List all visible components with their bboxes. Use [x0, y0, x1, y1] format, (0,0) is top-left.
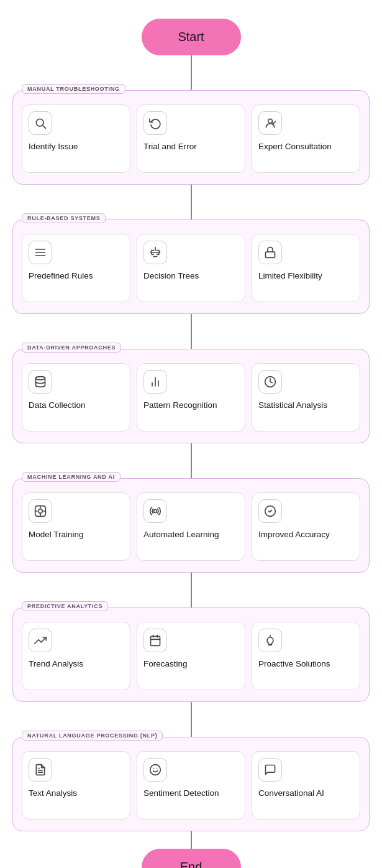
- connector-0: [191, 55, 192, 73]
- connector-after-machine-learning-ai: [191, 573, 192, 590]
- card-label-proactive-solutions: Proactive Solutions: [258, 658, 330, 670]
- card-label-expert-consultation: Expert Consultation: [258, 141, 332, 152]
- svg-point-13: [39, 509, 43, 514]
- card-label-conversational-ai: Conversational AI: [258, 788, 324, 799]
- connector-after-data-driven-approaches: [191, 443, 192, 461]
- group-label-predictive-analytics: PREDICTIVE ANALYTICS: [22, 601, 108, 611]
- card-icon-statistical-analysis: [258, 370, 282, 394]
- card-label-trial-and-error: Trial and Error: [143, 141, 197, 152]
- svg-line-1: [43, 126, 46, 129]
- card-automated-learning: Automated Learning: [137, 492, 245, 561]
- connector-before-rule-based-systems: [191, 202, 192, 219]
- svg-rect-6: [266, 252, 275, 257]
- card-limited-flexibility: Limited Flexibility: [252, 234, 360, 302]
- group-data-driven-approaches: DATA-DRIVEN APPROACHESData CollectionPat…: [12, 349, 370, 443]
- connector-before-data-driven-approaches: [191, 331, 192, 349]
- card-statistical-analysis: Statistical Analysis: [252, 363, 360, 432]
- connector-after-rule-based-systems: [191, 314, 192, 331]
- card-model-training: Model Training: [22, 492, 130, 561]
- group-predictive-analytics: PREDICTIVE ANALYTICSTrend AnalysisForeca…: [12, 607, 370, 702]
- card-label-text-analysis: Text Analysis: [29, 788, 77, 799]
- card-trial-and-error: Trial and Error: [137, 104, 245, 173]
- svg-point-28: [150, 765, 161, 775]
- card-forecasting: Forecasting: [137, 622, 245, 690]
- card-label-decision-trees: Decision Trees: [143, 270, 199, 282]
- connector-before-manual-troubleshooting: [191, 73, 192, 90]
- card-label-trend-analysis: Trend Analysis: [29, 658, 83, 670]
- card-label-improved-accuracy: Improved Accuracy: [258, 529, 330, 540]
- card-label-model-training: Model Training: [29, 529, 84, 540]
- group-label-data-driven-approaches: DATA-DRIVEN APPROACHES: [22, 343, 121, 353]
- card-icon-trend-analysis: [29, 629, 52, 652]
- card-label-limited-flexibility: Limited Flexibility: [258, 270, 322, 282]
- card-label-sentiment-detection: Sentiment Detection: [143, 788, 219, 799]
- card-proactive-solutions: Proactive Solutions: [252, 622, 360, 690]
- card-icon-predefined-rules: [29, 241, 52, 264]
- group-manual-troubleshooting: MANUAL TROUBLESHOOTINGIdentify IssueTria…: [12, 90, 370, 185]
- card-icon-text-analysis: [29, 758, 52, 782]
- card-label-automated-learning: Automated Learning: [143, 529, 219, 540]
- card-icon-limited-flexibility: [258, 241, 282, 264]
- group-label-nlp: NATURAL LANGUAGE PROCESSING (NLP): [22, 731, 163, 741]
- card-predefined-rules: Predefined Rules: [22, 234, 130, 302]
- card-icon-identify-issue: [29, 111, 52, 135]
- card-icon-model-training: [29, 499, 52, 523]
- card-icon-automated-learning: [143, 499, 167, 523]
- group-label-rule-based-systems: RULE-BASED SYSTEMS: [22, 213, 106, 223]
- card-label-forecasting: Forecasting: [143, 658, 188, 670]
- card-sentiment-detection: Sentiment Detection: [137, 751, 245, 820]
- card-data-collection: Data Collection: [22, 363, 130, 432]
- card-icon-pattern-recognition: [143, 370, 167, 394]
- group-label-manual-troubleshooting: MANUAL TROUBLESHOOTING: [22, 84, 125, 94]
- card-label-identify-issue: Identify Issue: [29, 141, 78, 152]
- connector-after-nlp: [191, 831, 192, 849]
- svg-point-2: [268, 119, 273, 123]
- group-label-machine-learning-ai: MACHINE LEARNING AND AI: [22, 472, 121, 482]
- card-conversational-ai: Conversational AI: [252, 751, 360, 820]
- connector-before-nlp: [191, 719, 192, 737]
- card-decision-trees: Decision Trees: [137, 234, 245, 302]
- connector-after-manual-troubleshooting: [191, 185, 192, 202]
- card-label-data-collection: Data Collection: [29, 400, 86, 411]
- connector-before-predictive-analytics: [191, 590, 192, 607]
- card-icon-improved-accuracy: [258, 499, 282, 523]
- card-text-analysis: Text Analysis: [22, 751, 130, 820]
- card-expert-consultation: Expert Consultation: [252, 104, 360, 173]
- card-icon-sentiment-detection: [143, 758, 167, 782]
- card-label-statistical-analysis: Statistical Analysis: [258, 400, 327, 411]
- svg-rect-20: [151, 636, 160, 645]
- group-machine-learning-ai: MACHINE LEARNING AND AIModel TrainingAut…: [12, 478, 370, 573]
- card-icon-proactive-solutions: [258, 629, 282, 652]
- svg-point-7: [36, 377, 45, 380]
- card-icon-forecasting: [143, 629, 167, 652]
- card-label-pattern-recognition: Pattern Recognition: [143, 400, 217, 411]
- end-node: End: [142, 849, 241, 868]
- card-identify-issue: Identify Issue: [22, 104, 130, 173]
- card-icon-conversational-ai: [258, 758, 282, 782]
- card-icon-expert-consultation: [258, 111, 282, 135]
- svg-point-18: [154, 510, 157, 513]
- start-node: Start: [142, 19, 241, 55]
- card-icon-data-collection: [29, 370, 52, 394]
- connector-before-machine-learning-ai: [191, 461, 192, 478]
- card-icon-trial-and-error: [143, 111, 167, 135]
- card-pattern-recognition: Pattern Recognition: [137, 363, 245, 432]
- card-trend-analysis: Trend Analysis: [22, 622, 130, 690]
- card-improved-accuracy: Improved Accuracy: [252, 492, 360, 561]
- connector-after-predictive-analytics: [191, 702, 192, 719]
- group-rule-based-systems: RULE-BASED SYSTEMSPredefined RulesDecisi…: [12, 219, 370, 314]
- card-icon-decision-trees: [143, 241, 167, 264]
- card-label-predefined-rules: Predefined Rules: [29, 270, 93, 282]
- group-nlp: NATURAL LANGUAGE PROCESSING (NLP)Text An…: [12, 737, 370, 831]
